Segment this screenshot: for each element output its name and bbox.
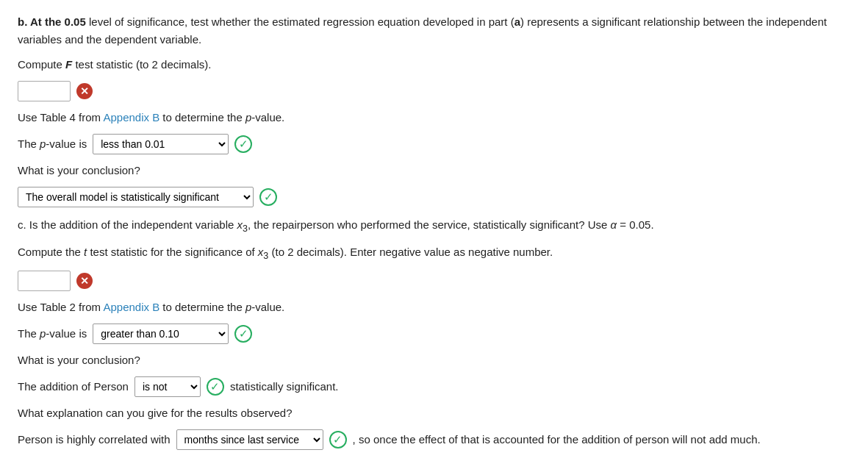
- f-input-row: ✕: [18, 81, 850, 101]
- p-value-b-select[interactable]: less than 0.01 between 0.01 and 0.025 be…: [93, 134, 229, 154]
- part-c-intro: c. Is the addition of the independent va…: [18, 216, 850, 236]
- conclusion-b-check-icon: ✓: [259, 188, 277, 206]
- person-correlated-row: Person is highly correlated with months …: [18, 429, 850, 450]
- part-b-intro: b. At the 0.05 level of significance, te…: [18, 13, 850, 49]
- p-value-c-check-icon: ✓: [234, 325, 252, 343]
- conclusion-b-label: What is your conclusion?: [18, 162, 850, 179]
- months-check-icon: ✓: [329, 431, 347, 449]
- compute-f-label: Compute F test statistic (to 2 decimals)…: [18, 56, 850, 74]
- use-table-2-label: Use Table 2 from Appendix B to determine…: [18, 299, 850, 316]
- conclusion-c-label: What is your conclusion?: [18, 351, 850, 369]
- t-input-row: ✕: [18, 271, 850, 291]
- f-statistic-input[interactable]: [18, 81, 71, 101]
- significance-bold: 0.05: [65, 15, 86, 28]
- explanation-label: What explanation can you give for the re…: [18, 404, 850, 422]
- p-value-b-check-icon: ✓: [234, 135, 252, 153]
- is-not-select[interactable]: is is not: [134, 376, 201, 397]
- appendix-b-link-1[interactable]: Appendix B: [103, 111, 159, 124]
- f-error-icon: ✕: [76, 83, 93, 99]
- t-error-icon: ✕: [76, 273, 93, 289]
- t-statistic-input[interactable]: [18, 271, 71, 291]
- appendix-b-link-2[interactable]: Appendix B: [103, 301, 159, 313]
- p-value-c-row: The p-value is less than 0.01 between 0.…: [18, 324, 850, 344]
- compute-t-label: Compute the t test statistic for the sig…: [18, 243, 850, 263]
- p-value-c-select[interactable]: less than 0.01 between 0.01 and 0.025 be…: [93, 324, 229, 344]
- months-select[interactable]: months since last service number of repa…: [176, 429, 323, 450]
- conclusion-b-select[interactable]: The overall model is statistically signi…: [18, 187, 254, 207]
- use-table-4-label: Use Table 4 from Appendix B to determine…: [18, 109, 850, 126]
- addition-person-row: The addition of Person is is not ✓ stati…: [18, 376, 850, 397]
- p-value-b-row: The p-value is less than 0.01 between 0.…: [18, 134, 850, 154]
- is-not-check-icon: ✓: [207, 378, 224, 396]
- conclusion-b-row: The overall model is statistically signi…: [18, 187, 850, 207]
- part-b-label: b. At the 0.05 level of significance, te…: [18, 15, 827, 46]
